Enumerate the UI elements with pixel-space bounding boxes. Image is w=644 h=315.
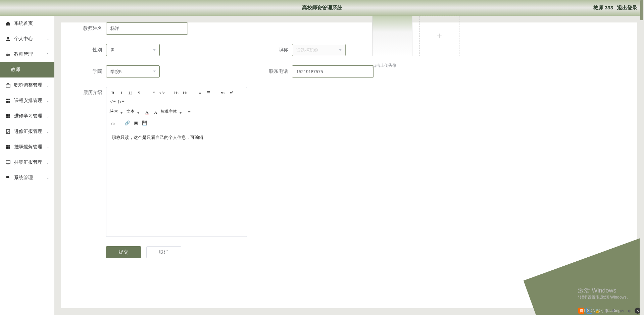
current-user[interactable]: 教师 333	[593, 5, 613, 11]
upload-hint: 点击上传头像	[372, 63, 396, 68]
h2-icon[interactable]: H₂	[182, 89, 189, 97]
bold-icon[interactable]: B	[109, 89, 116, 97]
chevron-down-icon: ⌄	[46, 84, 49, 87]
home-icon	[5, 21, 11, 26]
outdent-icon[interactable]: ◁≡	[109, 98, 116, 105]
svg-rect-7	[6, 101, 8, 103]
sub-icon[interactable]: x₂	[219, 89, 227, 97]
taskbar-icons: 拼 中 🔒 ☺ ⚙ 🛍 ◐ ✕	[578, 308, 641, 314]
case-icon	[5, 83, 11, 88]
user-icon	[5, 36, 11, 42]
tool-icon[interactable]: ⚙	[610, 308, 616, 314]
ol-icon[interactable]: ≡	[196, 89, 203, 97]
svg-rect-5	[6, 99, 8, 100]
ime-mode-icon[interactable]: 中	[586, 308, 592, 314]
sidebar-item-label: 挂职汇报管理	[14, 159, 42, 165]
sidebar-item-teacher[interactable]: 教师	[0, 62, 54, 77]
editor-content[interactable]: 职称只读，这个是只看自己的个人信息，可编辑	[106, 129, 247, 237]
svg-point-0	[7, 37, 9, 39]
sidebar-item-study-report[interactable]: 进修汇报管理 ⌄	[0, 124, 54, 139]
name-label: 教师姓名	[75, 25, 102, 32]
cancel-button[interactable]: 取消	[146, 246, 181, 258]
scrollbar[interactable]	[640, 0, 644, 315]
flag-icon	[5, 175, 11, 180]
sidebar-item-study[interactable]: 进修学习管理 ⌄	[0, 108, 54, 124]
report-icon	[5, 129, 11, 134]
sidebar-item-label: 教师管理	[14, 51, 33, 57]
sup-icon[interactable]: x²	[228, 89, 235, 97]
sidebar-item-label: 进修学习管理	[14, 113, 42, 119]
app-title: 高校师资管理系统	[302, 5, 342, 11]
scrollbar-thumb[interactable]	[640, 0, 643, 20]
chevron-down-icon: ⌄	[46, 145, 49, 149]
strike-icon[interactable]: S	[135, 89, 143, 97]
name-input[interactable]	[106, 22, 188, 35]
sidebar-item-label: 职称调整管理	[14, 82, 42, 88]
indent-icon[interactable]: ▷≡	[118, 98, 125, 105]
gender-select[interactable]: 男	[106, 44, 160, 56]
sidebar-item-system[interactable]: 系统管理 ⌄	[0, 170, 54, 186]
avatar-image[interactable]	[372, 16, 412, 56]
svg-rect-12	[8, 116, 10, 118]
h1-icon[interactable]: H₁	[173, 89, 180, 97]
font-size-select[interactable]: 14px	[109, 109, 119, 116]
sidebar-item-course[interactable]: 课程安排管理 ⌄	[0, 93, 54, 108]
code-icon[interactable]: </>	[158, 89, 166, 97]
phone-input[interactable]	[292, 65, 374, 77]
quote-icon[interactable]: ❝	[150, 89, 157, 97]
svg-rect-11	[6, 116, 8, 118]
underline-icon[interactable]: U	[127, 89, 134, 97]
college-select[interactable]: 学院5	[106, 65, 160, 77]
ul-icon[interactable]: ☰	[205, 89, 212, 97]
submit-button[interactable]: 提交	[106, 246, 141, 258]
svg-rect-18	[6, 161, 10, 163]
sidebar-item-secondment[interactable]: 挂职锻炼管理 ⌄	[0, 139, 54, 155]
font-color-icon[interactable]: A	[143, 109, 151, 116]
logout-link[interactable]: 退出登录	[617, 5, 637, 11]
sidebar-item-home[interactable]: 系统首页	[0, 16, 54, 31]
sidebar-item-title-adjust[interactable]: 职称调整管理 ⌄	[0, 77, 54, 93]
chevron-up-icon: ⌃	[46, 53, 49, 56]
svg-rect-4	[6, 84, 10, 87]
avatar-area: +	[372, 16, 459, 56]
grid-icon	[5, 113, 11, 119]
sidebar-item-teacher-mgmt[interactable]: 教师管理 ⌃	[0, 47, 54, 62]
sidebar-item-profile[interactable]: 个人中心 ⌄	[0, 31, 54, 47]
text-type-select[interactable]: 文本	[127, 109, 136, 116]
image-icon[interactable]: ▣	[132, 119, 140, 127]
rich-text-editor: B I U S ❝ </> H₁ H₂ ≡ ☰	[106, 87, 247, 237]
font-family-select[interactable]: 标准字体	[161, 109, 178, 116]
editor-toolbar: B I U S ❝ </> H₁ H₂ ≡ ☰	[106, 87, 247, 129]
chevron-down-icon: ⌄	[46, 99, 49, 103]
chevron-down-icon: ⌄	[46, 130, 49, 134]
link-icon[interactable]: 🔗	[123, 119, 131, 127]
chevron-down-icon: ⌄	[46, 37, 49, 41]
save-icon[interactable]: 💾	[141, 119, 148, 127]
svg-rect-15	[8, 145, 10, 147]
lock-icon[interactable]: 🔒	[594, 308, 600, 314]
chevron-down-icon: ⌄	[46, 161, 49, 164]
button-row: 提交 取消	[106, 246, 624, 258]
align-icon[interactable]: ≡	[186, 109, 193, 116]
italic-icon[interactable]: I	[118, 89, 125, 97]
svg-point-2	[9, 54, 10, 55]
smile-icon[interactable]: ☺	[602, 308, 608, 314]
sidebar-item-label: 教师	[11, 67, 20, 73]
theme-icon[interactable]: ◐	[627, 308, 633, 314]
svg-rect-8	[8, 101, 10, 103]
bg-color-icon[interactable]: A	[152, 109, 159, 116]
shop-icon[interactable]: 🛍	[618, 308, 625, 314]
sidebar-item-label: 课程安排管理	[14, 98, 42, 104]
monitor-icon	[5, 160, 11, 165]
ime-icon[interactable]: 拼	[578, 308, 584, 314]
sidebar-item-label: 个人中心	[14, 36, 33, 42]
sidebar-item-label: 挂职锻炼管理	[14, 144, 42, 150]
clear-format-icon[interactable]: Tₓ	[109, 119, 116, 127]
svg-rect-9	[6, 114, 8, 116]
svg-rect-17	[8, 147, 10, 149]
college-label: 学院	[75, 68, 102, 74]
avatar-upload-button[interactable]: +	[419, 16, 459, 56]
sidebar-item-secondment-report[interactable]: 挂职汇报管理 ⌄	[0, 155, 54, 170]
sidebar-item-label: 系统首页	[14, 20, 33, 27]
svg-rect-14	[6, 145, 8, 147]
